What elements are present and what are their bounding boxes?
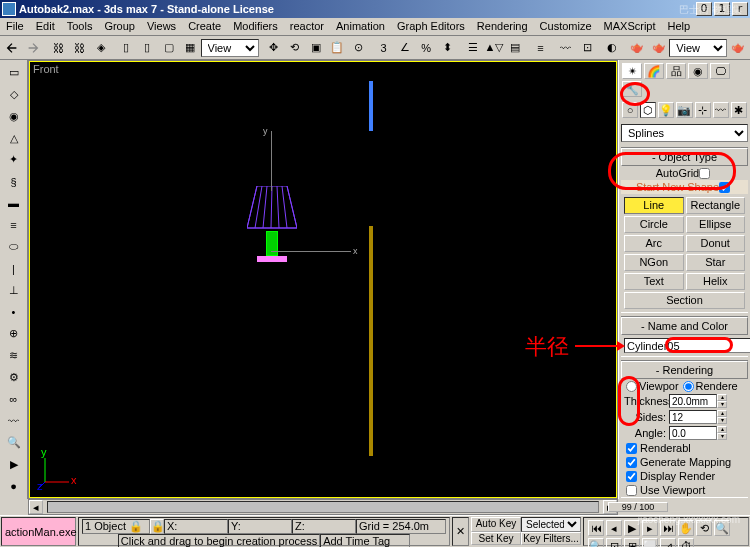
menu-group[interactable]: Group bbox=[98, 18, 141, 35]
start-new-shape-checkbox[interactable] bbox=[719, 182, 730, 193]
mirror-button[interactable]: ▲▽ bbox=[483, 38, 504, 58]
reactor-point-icon[interactable]: • bbox=[2, 302, 26, 322]
x-coord[interactable]: X: bbox=[164, 519, 228, 534]
zoom-all-button[interactable]: 🔍 bbox=[588, 538, 604, 547]
display-tab[interactable]: 🖵 bbox=[710, 63, 730, 79]
systems-subtab[interactable]: ✱ bbox=[731, 102, 747, 118]
hierarchy-tab[interactable]: 品 bbox=[666, 63, 686, 79]
time-slider[interactable]: 99 / 100 bbox=[47, 501, 599, 513]
y-coord[interactable]: Y: bbox=[228, 519, 292, 534]
render-preset[interactable]: View bbox=[669, 39, 727, 57]
donut-button[interactable]: Donut bbox=[686, 235, 746, 252]
undo-button[interactable] bbox=[1, 38, 22, 58]
menu-grapheditors[interactable]: Graph Editors bbox=[391, 18, 471, 35]
time-config-button[interactable]: ⏱ bbox=[678, 538, 694, 547]
zoom-extents-button[interactable]: ⊡ bbox=[606, 538, 622, 547]
geometry-subtab[interactable]: ○ bbox=[622, 102, 638, 118]
redo-button[interactable] bbox=[22, 38, 43, 58]
scale-button[interactable]: ▣ bbox=[305, 38, 326, 58]
section-button[interactable]: Section bbox=[624, 292, 745, 309]
selection-filter[interactable]: View bbox=[201, 39, 259, 57]
reactor-create-icon[interactable]: ● bbox=[2, 476, 26, 496]
menu-maxscript[interactable]: MAXScript bbox=[598, 18, 662, 35]
star-button[interactable]: Star bbox=[686, 254, 746, 271]
reactor-analyze-icon[interactable]: 🔍 bbox=[2, 433, 26, 453]
renderer-radio[interactable]: Rendere bbox=[683, 380, 738, 392]
reactor-constraint-icon[interactable]: ⊕ bbox=[2, 324, 26, 344]
render-last-button[interactable]: 🫖 bbox=[727, 38, 748, 58]
rollout-header[interactable]: - Object Type bbox=[621, 148, 748, 166]
z-coord[interactable]: Z: bbox=[292, 519, 356, 534]
renderable-checkbox[interactable] bbox=[626, 443, 637, 454]
min-max-toggle-button[interactable]: ⬜ bbox=[642, 538, 658, 547]
sides-input[interactable] bbox=[669, 410, 717, 424]
reactor-preview-icon[interactable]: ▶ bbox=[2, 455, 26, 475]
rotate-button[interactable]: ⟲ bbox=[284, 38, 305, 58]
shapes-subtab[interactable]: ⬡ bbox=[640, 102, 656, 118]
reactor-star-icon[interactable]: ✦ bbox=[2, 150, 26, 170]
autogrid-checkbox[interactable] bbox=[699, 168, 710, 179]
reactor-spring-icon[interactable]: § bbox=[2, 172, 26, 192]
menu-animation[interactable]: Animation bbox=[330, 18, 391, 35]
percent-snap-button[interactable]: % bbox=[416, 38, 437, 58]
menu-create[interactable]: Create bbox=[182, 18, 227, 35]
time-tag[interactable]: Add Time Tag bbox=[320, 534, 410, 547]
named-selections-button[interactable]: ☰ bbox=[462, 38, 483, 58]
viewport[interactable]: Front y x y x z bbox=[28, 60, 618, 499]
menu-customize[interactable]: Customize bbox=[534, 18, 598, 35]
sides-spinner[interactable]: ▴▾ bbox=[717, 410, 727, 424]
quick-render-button[interactable]: 🫖 bbox=[648, 38, 669, 58]
snap-button[interactable]: 3 bbox=[373, 38, 394, 58]
ngon-button[interactable]: NGon bbox=[624, 254, 684, 271]
select-name-button[interactable]: ▯ bbox=[137, 38, 158, 58]
menu-tools[interactable]: Tools bbox=[61, 18, 99, 35]
zoom-extents-all-button[interactable]: ⊞ bbox=[624, 538, 640, 547]
menu-modifiers[interactable]: Modifiers bbox=[227, 18, 284, 35]
unlink-button[interactable]: ⛓ bbox=[69, 38, 90, 58]
circle-button[interactable]: Circle bbox=[624, 216, 684, 233]
spinner-snap-button[interactable]: ⬍ bbox=[437, 38, 458, 58]
line-button[interactable]: Line bbox=[624, 197, 684, 214]
layers-button[interactable]: ≡ bbox=[530, 38, 551, 58]
move-button[interactable]: ✥ bbox=[263, 38, 284, 58]
refcoord-button[interactable]: 📋 bbox=[326, 38, 347, 58]
viewport-radio[interactable]: Viewpor bbox=[626, 380, 679, 392]
window-crossing-button[interactable]: ▦ bbox=[179, 38, 200, 58]
display-render-checkbox[interactable] bbox=[626, 471, 637, 482]
setkey-button[interactable]: Set Key bbox=[471, 532, 521, 545]
cameras-subtab[interactable]: 📷 bbox=[676, 102, 692, 118]
menu-reactor[interactable]: reactor bbox=[284, 18, 330, 35]
reactor-hinge-icon[interactable]: ⊥ bbox=[2, 281, 26, 301]
material-editor-button[interactable]: ◐ bbox=[602, 38, 623, 58]
thickness-spinner[interactable]: ▴▾ bbox=[717, 394, 727, 408]
schematic-view-button[interactable]: ⊡ bbox=[576, 38, 597, 58]
helpers-subtab[interactable]: ⊹ bbox=[695, 102, 711, 118]
reactor-sphere-icon[interactable]: ◉ bbox=[2, 107, 26, 127]
menu-rendering[interactable]: Rendering bbox=[471, 18, 534, 35]
angle-input[interactable] bbox=[669, 426, 717, 440]
select-region-button[interactable]: ▢ bbox=[158, 38, 179, 58]
reactor-cloth-icon[interactable]: ◇ bbox=[2, 85, 26, 105]
category-dropdown[interactable]: Splines bbox=[621, 124, 748, 142]
create-tab[interactable]: ✴ bbox=[622, 63, 642, 79]
menu-views[interactable]: Views bbox=[141, 18, 182, 35]
arc-button[interactable]: Arc bbox=[624, 235, 684, 252]
rollout-header[interactable]: - Rendering bbox=[621, 361, 748, 379]
fov-button[interactable]: ⊿ bbox=[660, 538, 676, 547]
align-button[interactable]: ▤ bbox=[505, 38, 526, 58]
utilities-tab[interactable]: 🔧 bbox=[622, 81, 642, 97]
reactor-cone-icon[interactable]: △ bbox=[2, 128, 26, 148]
time-handle[interactable]: 99 / 100 bbox=[608, 502, 668, 512]
select-link-button[interactable]: ⛓ bbox=[47, 38, 68, 58]
modify-tab[interactable]: 🌈 bbox=[644, 63, 664, 79]
reactor-wind-icon[interactable]: ≋ bbox=[2, 346, 26, 366]
use-viewport-checkbox[interactable] bbox=[626, 485, 637, 496]
reactor-motor-icon[interactable]: ⚙ bbox=[2, 368, 26, 388]
time-prev-button[interactable]: ◂ bbox=[29, 500, 43, 514]
lock-button[interactable]: 🔒 bbox=[150, 519, 164, 534]
angle-spinner[interactable]: ▴▾ bbox=[717, 426, 727, 440]
reactor-link-icon[interactable]: ∞ bbox=[2, 389, 26, 409]
ellipse-button[interactable]: Ellipse bbox=[686, 216, 746, 233]
lights-subtab[interactable]: 💡 bbox=[658, 102, 674, 118]
keyfilters-button[interactable]: Key Filters... bbox=[521, 532, 581, 545]
